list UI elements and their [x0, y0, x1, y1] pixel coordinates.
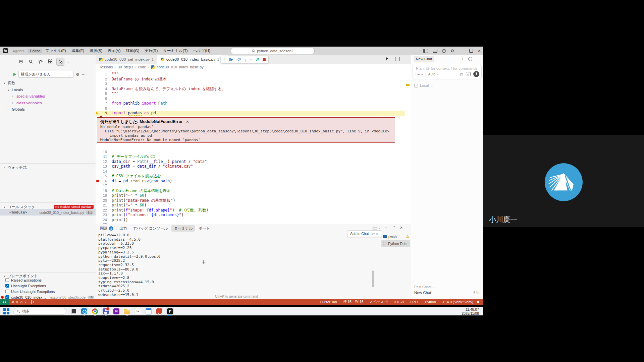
model-selector[interactable]: ∞⌄: [415, 72, 426, 76]
stop-icon[interactable]: [263, 58, 266, 61]
debug-gear-icon[interactable]: ⚙: [76, 72, 79, 77]
snipping-tool-icon[interactable]: ✂: [134, 308, 142, 315]
maximize-icon[interactable]: [469, 49, 473, 53]
search-icon[interactable]: [27, 58, 35, 65]
terminal-item-pwsh[interactable]: >pwsh⚠: [381, 233, 410, 240]
breakpoint-icon[interactable]: [96, 180, 99, 182]
restart-icon[interactable]: ↺: [256, 58, 259, 62]
status-item-4[interactable]: UTF-8: [394, 300, 404, 304]
problems-status[interactable]: ⊗0 ⚠2: [11, 300, 34, 304]
status-item-6[interactable]: Python: [425, 300, 436, 304]
file-explorer-icon[interactable]: [123, 308, 131, 315]
checkbox[interactable]: ✓: [5, 284, 9, 288]
tree-item-locals[interactable]: ∨Locals: [0, 87, 103, 93]
step-over-icon[interactable]: [236, 58, 241, 62]
remote-indicator[interactable]: ><: [0, 299, 9, 305]
breadcrumb-item-3[interactable]: code: [138, 65, 146, 69]
menu-item-7[interactable]: 移動(G): [124, 48, 142, 54]
variables-section-header[interactable]: ∨変数: [0, 80, 99, 86]
panel-tab-1[interactable]: 問題2: [98, 225, 116, 232]
outlook-icon[interactable]: [80, 308, 88, 315]
chat-input[interactable]: Plan, @ for context, / for commands ∞⌄ A…: [413, 64, 482, 79]
start-button[interactable]: [3, 308, 9, 314]
callstack-frame[interactable]: <module> code30_010_index_basic.py 9:1: [0, 209, 96, 216]
toggle-panel-icon[interactable]: [433, 49, 437, 53]
shield-icon[interactable]: [442, 49, 446, 53]
panel-tab-4[interactable]: ターミナル: [171, 225, 195, 232]
watch-section-header[interactable]: ∨ウォッチ式: [0, 164, 99, 170]
red-app-icon[interactable]: [156, 308, 163, 315]
past-chats-header[interactable]: Past Chats ⌄: [414, 285, 435, 289]
menu-item-2[interactable]: Editor: [28, 49, 42, 53]
status-item-3[interactable]: スペース: 4: [369, 300, 387, 304]
close-icon[interactable]: ✕: [186, 120, 189, 124]
breadcrumb-item-1[interactable]: lessons: [100, 65, 113, 69]
chrome-icon[interactable]: [91, 308, 99, 315]
history-icon[interactable]: [468, 57, 472, 61]
chat-more-icon[interactable]: ⋯: [477, 57, 481, 61]
continue-icon[interactable]: [229, 58, 233, 61]
editor-tab-2[interactable]: code30_010_index_basic.py1✕: [157, 55, 229, 64]
onenote-icon[interactable]: N: [113, 308, 120, 315]
titlebar-search[interactable]: python_data_season2: [231, 48, 315, 54]
tree-item-globals[interactable]: ›Globals: [0, 106, 103, 112]
forward-icon[interactable]: →: [178, 48, 182, 53]
menu-item-9[interactable]: ターミナル(T): [161, 48, 190, 54]
run-python-icon[interactable]: ⌄: [386, 57, 391, 61]
more-actions-icon[interactable]: ⋯: [404, 57, 408, 61]
overview-ruler[interactable]: [405, 70, 411, 224]
checkbox[interactable]: [5, 278, 9, 282]
terminal-item-pythondeb[interactable]: Python Deb...: [381, 240, 410, 247]
terminal-output[interactable]: pillow==12.0.0platformdirs==4.5.0protobu…: [98, 233, 160, 297]
maximize-panel-icon[interactable]: ⌃: [393, 226, 396, 230]
chevron-down-icon[interactable]: ⌄: [67, 60, 69, 63]
step-into-icon[interactable]: ↓: [245, 58, 247, 62]
tree-item-special-variables[interactable]: ›special variables: [0, 93, 108, 99]
status-item-5[interactable]: CRLF: [410, 300, 419, 304]
menu-item-10[interactable]: ヘルプ(H): [191, 48, 213, 54]
checkbox[interactable]: [5, 290, 9, 293]
minimize-icon[interactable]: –: [462, 48, 465, 53]
menu-item-1[interactable]: Agents: [10, 49, 27, 53]
drag-handle[interactable]: ⠿: [223, 58, 226, 61]
status-item-2[interactable]: 行 15、列 16: [343, 300, 364, 304]
image-icon[interactable]: [466, 72, 471, 76]
menu-item-4[interactable]: 編集(E): [69, 48, 87, 54]
mic-icon[interactable]: [473, 71, 479, 77]
past-chat-item[interactable]: New Chat54m: [414, 291, 480, 295]
close-icon[interactable]: ✕: [478, 49, 481, 53]
close-panel-icon[interactable]: ✕: [400, 226, 403, 230]
debug-config-dropdown[interactable]: 構成がありません⌄: [18, 71, 73, 78]
menu-item-6[interactable]: 表示(V): [105, 48, 123, 54]
mode-selector[interactable]: Auto⌄: [428, 72, 439, 76]
run-debug-icon[interactable]: [56, 58, 64, 66]
breadcrumb-item-4[interactable]: code30_010_index_basic.py: [157, 65, 203, 69]
step-out-icon[interactable]: ↑: [250, 58, 252, 62]
tree-item-class-variables[interactable]: ›class variables: [0, 100, 108, 106]
code-editor[interactable]: 1"""2DataFrame の index の基本34DataFrame を読…: [96, 70, 405, 224]
menu-item-3[interactable]: ファイル(F): [43, 48, 68, 54]
panel-tab-2[interactable]: 出力: [117, 225, 129, 232]
menu-item-8[interactable]: 実行(R): [142, 48, 160, 54]
status-item-7[interactable]: 3.14.0 ('venv': venv): [442, 300, 473, 304]
status-item-1[interactable]: Cursor Tab: [320, 300, 337, 304]
extensions-icon[interactable]: [47, 58, 54, 65]
task-view-icon[interactable]: [70, 308, 77, 315]
notepad-icon[interactable]: [145, 308, 152, 315]
source-control-icon[interactable]: [37, 58, 44, 65]
teams-icon[interactable]: [102, 308, 109, 315]
editor-tab-1[interactable]: code30_030_set_index.py1: [96, 55, 157, 64]
checkbox[interactable]: ✓: [5, 295, 9, 299]
breadcrumb-item-2[interactable]: 30_step3: [118, 65, 133, 69]
local-selector[interactable]: Local⌄: [414, 83, 433, 87]
debug-fork-icon[interactable]: [31, 300, 34, 304]
back-icon[interactable]: ←: [170, 48, 174, 53]
gear-icon[interactable]: ⚙: [450, 49, 454, 53]
cursor-taskbar-icon[interactable]: [166, 308, 174, 315]
breakpoint-row-2[interactable]: ✓Uncaught Exceptions: [0, 283, 96, 289]
new-chat-icon[interactable]: +: [462, 57, 464, 61]
layout-icon[interactable]: ⌄: [373, 226, 381, 230]
file-link[interactable]: C:\Users\e12605\Documents\Python\python_…: [118, 129, 340, 133]
terminal-scrollbar[interactable]: [372, 270, 374, 287]
more-icon[interactable]: ⋯: [82, 72, 86, 77]
